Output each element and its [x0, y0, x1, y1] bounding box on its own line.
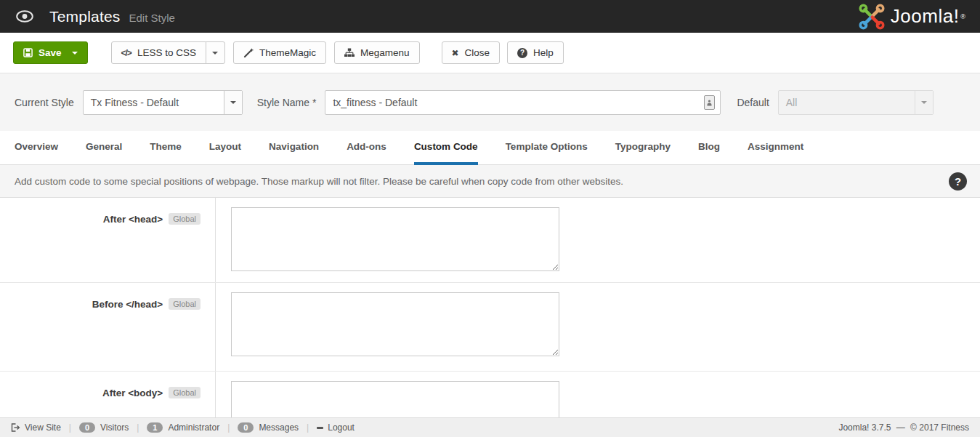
footer-dash: —: [896, 422, 905, 433]
administrator-count-badge: 1: [147, 422, 163, 433]
tab-bar: Overview General Theme Layout Navigation…: [0, 131, 980, 165]
default-select[interactable]: All: [778, 90, 934, 115]
registered-mark: ®: [960, 13, 965, 20]
thememagic-button[interactable]: ThemeMagic: [233, 41, 326, 64]
visitors-link[interactable]: 0 Visitors: [79, 422, 129, 433]
before-head-close-label: Before </head>: [92, 299, 163, 310]
after-body-label: After <body>: [102, 388, 163, 398]
current-style-select[interactable]: Tx Fitness - Default: [83, 90, 243, 115]
help-question-icon: ?: [517, 48, 527, 58]
close-label: Close: [465, 47, 490, 58]
style-selector-bar: Current Style Tx Fitness - Default Style…: [0, 73, 980, 131]
less-to-css-label: LESS to CSS: [137, 47, 196, 58]
field-label-cell: After <head>Global: [0, 198, 216, 282]
tab-custom-code[interactable]: Custom Code: [414, 131, 478, 165]
input-keyboard-icon: [704, 95, 715, 110]
eye-icon: [16, 10, 33, 23]
save-floppy-icon: [23, 48, 33, 57]
current-style-label: Current Style: [15, 97, 74, 108]
view-site-label: View Site: [25, 422, 61, 433]
joomla-logo-text: Joomla!: [891, 5, 960, 28]
field-control-cell: [216, 198, 559, 282]
close-button[interactable]: ✖ Close: [442, 41, 501, 64]
view-site-link[interactable]: View Site: [11, 422, 61, 433]
save-dropdown-caret-icon[interactable]: [72, 52, 78, 55]
thememagic-label: ThemeMagic: [259, 47, 316, 58]
tab-typography[interactable]: Typography: [615, 131, 671, 165]
less-to-css-button[interactable]: </> LESS to CSS: [111, 41, 206, 64]
style-name-label: Style Name *: [257, 97, 317, 108]
visitors-count-badge: 0: [79, 422, 95, 433]
separator: |: [69, 422, 71, 433]
select-caret[interactable]: [224, 91, 242, 114]
joomla-logo-icon: [859, 4, 885, 30]
footer-version-copyright: Joomla! 3.7.5 — © 2017 Fitness: [835, 422, 969, 433]
top-header-bar: Templates Edit Style Joomla! ®: [0, 0, 980, 33]
magic-wand-icon: [243, 48, 254, 58]
field-label-cell: Before </head>Global: [0, 283, 216, 371]
less-to-css-dropdown-button[interactable]: [206, 41, 225, 64]
tab-layout[interactable]: Layout: [209, 131, 241, 165]
separator: |: [137, 422, 139, 433]
tab-general[interactable]: General: [86, 131, 122, 165]
after-head-label: After <head>: [103, 214, 163, 225]
close-x-icon: ✖: [452, 48, 459, 58]
megamenu-button[interactable]: Megamenu: [334, 41, 420, 64]
select-caret[interactable]: [915, 91, 933, 114]
save-button[interactable]: Save: [13, 41, 88, 64]
tab-template-options[interactable]: Template Options: [506, 131, 588, 165]
messages-count-badge: 0: [238, 422, 254, 433]
chevron-down-icon: [230, 101, 236, 104]
current-style-value: Tx Fitness - Default: [84, 97, 224, 108]
after-head-textarea[interactable]: [231, 207, 559, 271]
tab-blog[interactable]: Blog: [698, 131, 720, 165]
tab-navigation[interactable]: Navigation: [269, 131, 319, 165]
logout-link[interactable]: Logout: [317, 422, 355, 433]
description-bar: Add custom code to some special position…: [0, 165, 980, 198]
messages-label: Messages: [259, 422, 299, 433]
help-button[interactable]: ? Help: [507, 41, 564, 64]
administrator-link[interactable]: 1 Administrator: [147, 422, 219, 433]
default-value: All: [779, 97, 915, 108]
tab-overview[interactable]: Overview: [15, 131, 58, 165]
separator: |: [307, 422, 309, 433]
logout-label: Logout: [328, 422, 355, 433]
default-label: Default: [737, 97, 769, 108]
style-name-input[interactable]: [325, 90, 721, 115]
help-label: Help: [533, 47, 554, 58]
code-icon: </>: [121, 48, 131, 58]
joomla-version: Joomla! 3.7.5: [838, 422, 891, 433]
sitemap-icon: [344, 48, 355, 57]
global-badge: Global: [169, 213, 201, 225]
field-row-before-head-close: Before </head>Global: [0, 283, 980, 372]
templates-edit-style-page: Templates Edit Style Joomla! ®: [0, 0, 980, 437]
field-control-cell: [216, 283, 559, 371]
exit-arrow-icon: [11, 423, 20, 432]
field-row-after-head: After <head>Global: [0, 198, 980, 283]
global-badge: Global: [169, 298, 201, 310]
administrator-label: Administrator: [168, 422, 219, 433]
page-title: Templates: [49, 8, 121, 25]
visitors-label: Visitors: [100, 422, 129, 433]
description-text: Add custom code to some special position…: [15, 176, 623, 187]
tab-assignment[interactable]: Assignment: [748, 131, 803, 165]
logout-dash-icon: [317, 427, 323, 429]
copyright-text: © 2017 Fitness: [910, 422, 969, 433]
tab-add-ons[interactable]: Add-ons: [347, 131, 386, 165]
toolbar: Save </> LESS to CSS ThemeMagic: [0, 33, 980, 73]
help-circle-icon[interactable]: ?: [949, 172, 967, 191]
page-subtitle: Edit Style: [129, 12, 175, 24]
separator: |: [227, 422, 230, 433]
megamenu-label: Megamenu: [360, 47, 410, 58]
chevron-down-icon: [921, 101, 927, 104]
joomla-logo: Joomla! ®: [859, 4, 965, 30]
chevron-down-icon: [212, 52, 218, 55]
before-head-close-textarea[interactable]: [231, 292, 559, 356]
global-badge: Global: [169, 387, 201, 398]
admin-status-bar: View Site | 0 Visitors | 1 Administrator…: [0, 417, 980, 437]
messages-link[interactable]: 0 Messages: [238, 422, 299, 433]
save-button-label: Save: [39, 47, 62, 58]
tab-theme[interactable]: Theme: [150, 131, 182, 165]
